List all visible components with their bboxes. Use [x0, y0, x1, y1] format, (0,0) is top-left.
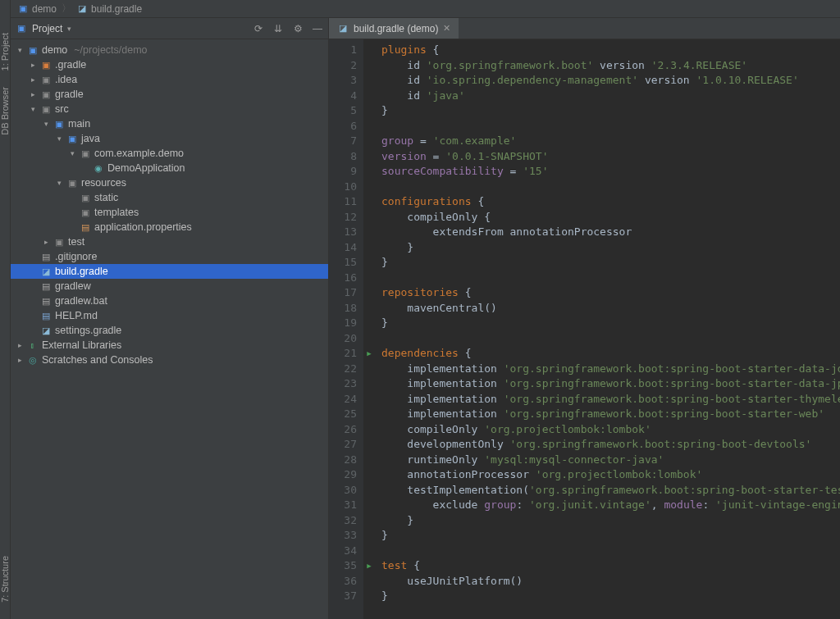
- code-line[interactable]: implementation 'org.springframework.boot…: [381, 392, 840, 407]
- editor-tab[interactable]: ◪ build.gradle (demo) ✕: [329, 18, 459, 39]
- code-line[interactable]: compileOnly {: [381, 210, 840, 225]
- tree-arrow-icon[interactable]: [29, 90, 37, 98]
- code-line[interactable]: runtimeOnly 'mysql:mysql-connector-java': [381, 453, 840, 468]
- breadcrumb-root[interactable]: ▣ demo: [17, 3, 57, 15]
- code-line[interactable]: id 'io.spring.dependency-management' ver…: [381, 73, 840, 89]
- code-line[interactable]: implementation 'org.springframework.boot…: [381, 362, 840, 377]
- code-line[interactable]: }: [381, 240, 840, 256]
- line-number: 5: [329, 103, 357, 119]
- tree-item[interactable]: ▣static: [11, 190, 328, 205]
- code-line[interactable]: [381, 271, 840, 286]
- tree-arrow-icon[interactable]: [16, 46, 24, 54]
- code-line[interactable]: id 'java': [381, 89, 840, 104]
- locate-icon[interactable]: ⟳: [253, 23, 264, 34]
- code-line[interactable]: sourceCompatibility = '15': [381, 164, 840, 180]
- tree-item[interactable]: ▤application.properties: [11, 220, 328, 234]
- line-number: 13: [329, 225, 357, 240]
- run-gutter-icon[interactable]: ▶: [363, 346, 375, 362]
- line-number: 24: [329, 392, 357, 407]
- rail-db-browser[interactable]: DB Browser: [0, 87, 10, 135]
- tree-item[interactable]: ▣src: [11, 102, 328, 116]
- code-line[interactable]: }: [381, 316, 840, 331]
- close-icon[interactable]: ✕: [443, 23, 450, 34]
- tree-item[interactable]: ◪settings.gradle: [11, 323, 328, 338]
- code-line[interactable]: repositories {: [381, 285, 840, 301]
- code-line[interactable]: [381, 544, 840, 559]
- project-title[interactable]: Project: [32, 23, 62, 34]
- tree-arrow-icon[interactable]: [29, 105, 37, 113]
- tree-item[interactable]: ▤HELP.md: [11, 308, 328, 323]
- code-line[interactable]: [381, 119, 840, 134]
- tree-item[interactable]: ◎Scratches and Consoles: [11, 353, 328, 367]
- line-number: 29: [329, 467, 357, 483]
- gutter-spacer: [363, 483, 375, 498]
- collapse-all-icon[interactable]: ⇊: [272, 23, 284, 34]
- breadcrumb-file[interactable]: ◪ build.gradle: [76, 3, 142, 15]
- line-number: 15: [329, 255, 357, 271]
- code-line[interactable]: testImplementation('org.springframework.…: [381, 483, 840, 498]
- code-line[interactable]: group = 'com.example': [381, 134, 840, 149]
- code-line[interactable]: dependencies {: [381, 346, 840, 362]
- code-line[interactable]: }: [381, 513, 840, 529]
- code-line[interactable]: id 'org.springframework.boot' version '2…: [381, 58, 840, 74]
- code-line[interactable]: }: [381, 589, 840, 604]
- run-gutter-icon[interactable]: ▶: [363, 558, 375, 574]
- hide-icon[interactable]: —: [312, 23, 323, 34]
- gutter-spacer: [363, 574, 375, 589]
- tree-arrow-icon[interactable]: [55, 179, 63, 187]
- code-line[interactable]: test {: [381, 558, 840, 574]
- code-line[interactable]: extendsFrom annotationProcessor: [381, 225, 840, 240]
- code-line[interactable]: implementation 'org.springframework.boot…: [381, 376, 840, 392]
- code-line[interactable]: exclude group: 'org.junit.vintage', modu…: [381, 498, 840, 513]
- code-line[interactable]: implementation 'org.springframework.boot…: [381, 407, 840, 422]
- code-line[interactable]: }: [381, 528, 840, 544]
- settings-icon[interactable]: ⚙: [292, 23, 304, 34]
- tree-arrow-icon[interactable]: [16, 356, 24, 364]
- tree-item[interactable]: ▣test: [11, 234, 328, 249]
- tree-item[interactable]: ⫾External Libraries: [11, 338, 328, 353]
- code-line[interactable]: useJUnitPlatform(): [381, 574, 840, 589]
- code-line[interactable]: [381, 180, 840, 195]
- code-line[interactable]: [381, 331, 840, 347]
- tree-item-label: HELP.md: [55, 310, 98, 321]
- tree-item[interactable]: ▣com.example.demo: [11, 146, 328, 161]
- tree-item[interactable]: ▣main: [11, 116, 328, 131]
- code-line[interactable]: mavenCentral(): [381, 301, 840, 316]
- tree-arrow-icon[interactable]: [16, 341, 24, 349]
- tree-item[interactable]: ◉DemoApplication: [11, 161, 328, 175]
- tree-arrow-icon[interactable]: [42, 238, 50, 246]
- folder-dk-icon: ▣: [66, 178, 78, 189]
- tree-item[interactable]: ▤gradlew: [11, 279, 328, 294]
- code-line[interactable]: compileOnly 'org.projectlombok:lombok': [381, 422, 840, 438]
- tree-item[interactable]: ▣gradle: [11, 87, 328, 102]
- tree-arrow-icon[interactable]: [55, 134, 63, 143]
- code-area[interactable]: plugins { id 'org.springframework.boot' …: [375, 39, 840, 619]
- tree-item-label: java: [81, 133, 100, 144]
- code-line[interactable]: }: [381, 255, 840, 271]
- code-line[interactable]: configurations {: [381, 194, 840, 210]
- tree-arrow-icon[interactable]: [29, 75, 37, 84]
- rail-structure[interactable]: 7: Structure: [0, 556, 10, 603]
- tree-item[interactable]: ▣java: [11, 131, 328, 146]
- code-line[interactable]: version = '0.0.1-SNAPSHOT': [381, 149, 840, 165]
- code-line[interactable]: developmentOnly 'org.springframework.boo…: [381, 437, 840, 453]
- gutter-spacer: [363, 103, 375, 119]
- tree-item-label: com.example.demo: [94, 148, 184, 159]
- tree-item[interactable]: ▤.gitignore: [11, 249, 328, 264]
- tree-item[interactable]: ▣.idea: [11, 72, 328, 87]
- tree-item[interactable]: ▣templates: [11, 205, 328, 220]
- tree-item[interactable]: ▣resources: [11, 175, 328, 190]
- code-line[interactable]: annotationProcessor 'org.projectlombok:l…: [381, 467, 840, 483]
- rail-project[interactable]: 1: Project: [0, 33, 10, 71]
- tree-item[interactable]: ▣.gradle: [11, 57, 328, 72]
- project-tree[interactable]: ▣demo~/projects/demo▣.gradle▣.idea▣gradl…: [11, 39, 328, 371]
- code-line[interactable]: plugins {: [381, 43, 840, 58]
- tree-arrow-icon[interactable]: [68, 149, 76, 157]
- editor-body[interactable]: 1234567891011121314151617181920212223242…: [329, 39, 840, 619]
- code-line[interactable]: }: [381, 103, 840, 119]
- tree-item[interactable]: ▣demo~/projects/demo: [11, 43, 328, 57]
- tree-arrow-icon[interactable]: [42, 120, 50, 128]
- tree-item[interactable]: ▤gradlew.bat: [11, 294, 328, 308]
- tree-item[interactable]: ◪build.gradle: [11, 264, 328, 279]
- tree-arrow-icon[interactable]: [29, 61, 37, 69]
